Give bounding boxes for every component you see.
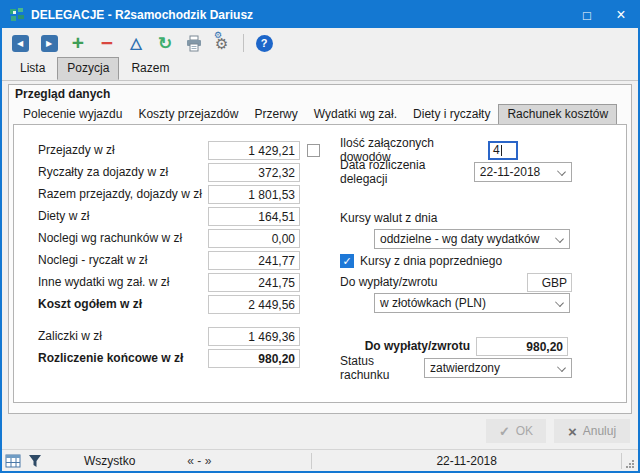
cost-row-noclegi-rachunki: Noclegi wg rachunków w zł 0,00 bbox=[38, 227, 320, 249]
arrow-right-icon: ▶ bbox=[41, 35, 58, 52]
cancel-button[interactable]: × Anuluj bbox=[554, 419, 630, 443]
field-label: Diety w zł bbox=[38, 209, 208, 223]
next-record-button[interactable]: ▶ bbox=[39, 33, 59, 53]
rates-label-row: Kursy walut z dnia bbox=[340, 207, 572, 229]
razem-przejazdy-field[interactable]: 1 801,53 bbox=[208, 185, 300, 204]
attachments-input[interactable]: 4 bbox=[488, 141, 518, 160]
details-column: Ilość załączonych dowodów 4 Data rozlicz… bbox=[340, 139, 572, 379]
refresh-button[interactable]: ↻ bbox=[155, 33, 175, 53]
inne-wydatki-field[interactable]: 241,75 bbox=[208, 273, 300, 292]
record-range-text: « - » bbox=[187, 454, 211, 468]
status-row: Status rachunku zatwierdzony bbox=[340, 357, 572, 379]
field-label: Inne wydatki wg zał. w zł bbox=[38, 275, 208, 289]
close-button[interactable]: × bbox=[604, 2, 638, 28]
chevron-down-icon bbox=[555, 234, 564, 243]
field-label: Noclegi wg rachunków w zł bbox=[38, 231, 208, 245]
przejazdy-checkbox[interactable] bbox=[307, 144, 320, 157]
main-tab-strip: Lista Pozycja Razem bbox=[2, 58, 638, 80]
grid-view-button[interactable] bbox=[2, 450, 24, 472]
spacer bbox=[38, 315, 320, 325]
payout-currency-row: Do wypłaty/zwrotu GBP bbox=[340, 271, 572, 293]
noclegi-ryczalt-field[interactable]: 241,77 bbox=[208, 251, 300, 270]
tab-przerwy[interactable]: Przerwy bbox=[246, 105, 305, 124]
cost-row-zaliczki: Zaliczki w zł 1 469,36 bbox=[38, 325, 320, 347]
help-icon: ? bbox=[256, 35, 273, 52]
noclegi-rachunki-field[interactable]: 0,00 bbox=[208, 229, 300, 248]
rachunek-kosztow-page: Przejazdy w zł 1 429,21 Ryczałty za doja… bbox=[13, 124, 627, 403]
check-icon: ✓ bbox=[499, 424, 510, 439]
ryczalty-field[interactable]: 372,32 bbox=[208, 163, 300, 182]
diety-field[interactable]: 164,51 bbox=[208, 207, 300, 226]
settle-date-dropdown[interactable]: 22-11-2018 bbox=[474, 162, 572, 182]
tab-wydatki-wg-zal[interactable]: Wydatki wg zał. bbox=[306, 105, 405, 124]
plus-icon: + bbox=[72, 34, 84, 52]
chevron-down-icon bbox=[557, 167, 566, 176]
costs-column: Przejazdy w zł 1 429,21 Ryczałty za doja… bbox=[38, 139, 320, 369]
dialog-buttons: ✓ OK × Anuluj bbox=[486, 419, 630, 443]
przejazdy-field[interactable]: 1 429,21 bbox=[208, 141, 300, 160]
printer-icon bbox=[185, 35, 203, 52]
arrow-left-icon: ◀ bbox=[12, 35, 29, 52]
payout-currency-field[interactable]: GBP bbox=[527, 273, 572, 292]
cost-row-diety: Diety w zł 164,51 bbox=[38, 205, 320, 227]
spacer bbox=[340, 183, 572, 207]
checkbox-label: Kursy z dnia poprzedniego bbox=[360, 254, 502, 268]
prev-record-button[interactable]: ◀ bbox=[10, 33, 30, 53]
table-icon bbox=[5, 454, 21, 468]
resize-grip[interactable] bbox=[622, 450, 638, 472]
print-button[interactable] bbox=[184, 33, 204, 53]
text-caret bbox=[501, 145, 502, 156]
inner-tab-strip: Polecenie wyjazdu Koszty przejazdów Prze… bbox=[13, 104, 627, 124]
settle-date-row: Data rozliczenia delegacji 22-11-2018 bbox=[340, 161, 572, 183]
field-label: Data rozliczenia delegacji bbox=[340, 158, 474, 186]
funnel-icon bbox=[28, 454, 42, 468]
koszt-ogolem-field[interactable]: 2 449,56 bbox=[208, 295, 300, 314]
maximize-button[interactable]: □ bbox=[570, 2, 604, 28]
filter-button[interactable] bbox=[24, 450, 46, 472]
settings-button[interactable]: ⚙⚙ bbox=[213, 33, 233, 53]
payout-mode-dropdown[interactable]: w złotówkach (PLN) bbox=[374, 293, 570, 313]
toolbar-separator bbox=[243, 34, 244, 52]
field-label: Noclegi - ryczałt w zł bbox=[38, 253, 208, 267]
status-bar: Wszystko « - » 22-11-2018 bbox=[2, 449, 638, 471]
statusbar-date: 22-11-2018 bbox=[312, 454, 621, 468]
tab-polecenie-wyjazdu[interactable]: Polecenie wyjazdu bbox=[15, 105, 130, 124]
cost-row-noclegi-ryczalt: Noclegi - ryczałt w zł 241,77 bbox=[38, 249, 320, 271]
help-button[interactable]: ? bbox=[254, 33, 274, 53]
tab-diety-i-ryczalty[interactable]: Diety i ryczałty bbox=[405, 105, 498, 124]
field-label: Do wypłaty/zwrotu bbox=[340, 339, 476, 353]
group-title: Przegląd danych bbox=[15, 87, 110, 101]
rates-dropdown[interactable]: oddzielne - wg daty wydatków bbox=[374, 229, 570, 249]
status-dropdown[interactable]: zatwierdzony bbox=[424, 358, 572, 378]
tab-lista[interactable]: Lista bbox=[10, 57, 55, 80]
cost-row-przejazdy: Przejazdy w zł 1 429,21 bbox=[38, 139, 320, 161]
cost-row-ryczalty: Ryczałty za dojazdy w zł 372,32 bbox=[38, 161, 320, 183]
window-title: DELEGACJE - R2samochodzik Dariusz bbox=[31, 8, 570, 22]
field-label: Koszt ogółem w zł bbox=[38, 297, 208, 311]
data-overview-group: Przegląd danych Polecenie wyjazdu Koszty… bbox=[8, 84, 632, 414]
tab-razem[interactable]: Razem bbox=[121, 57, 179, 80]
prev-day-rates-checkbox[interactable]: ✓ bbox=[340, 254, 354, 268]
cost-row-razem-przejazdy: Razem przejazdy, dojazdy w zł 1 801,53 bbox=[38, 183, 320, 205]
cost-row-koszt-ogolem: Koszt ogółem w zł 2 449,56 bbox=[38, 293, 320, 315]
filter-status-text: Wszystko bbox=[84, 454, 135, 468]
tab-koszty-przejazdow[interactable]: Koszty przejazdów bbox=[130, 105, 246, 124]
payout-total-field[interactable]: 980,20 bbox=[476, 337, 568, 356]
edit-button[interactable]: △ bbox=[126, 33, 146, 53]
field-label: Kursy walut z dnia bbox=[340, 211, 437, 225]
field-label: Zaliczki w zł bbox=[38, 329, 208, 343]
triangle-icon: △ bbox=[130, 34, 142, 52]
field-label: Rozliczenie końcowe w zł bbox=[38, 351, 208, 365]
field-label: Ryczałty za dojazdy w zł bbox=[38, 165, 208, 179]
cost-row-rozliczenie-koncowe: Rozliczenie końcowe w zł 980,20 bbox=[38, 347, 320, 369]
tab-rachunek-kosztow[interactable]: Rachunek kosztów bbox=[498, 104, 617, 124]
tab-pozycja[interactable]: Pozycja bbox=[57, 57, 119, 80]
zaliczki-field[interactable]: 1 469,36 bbox=[208, 327, 300, 346]
app-window: DELEGACJE - R2samochodzik Dariusz □ × ◀ … bbox=[0, 0, 640, 473]
rozliczenie-koncowe-field[interactable]: 980,20 bbox=[208, 349, 300, 368]
field-label: Status rachunku bbox=[340, 354, 424, 382]
delete-button[interactable]: − bbox=[97, 33, 117, 53]
toolbar: ◀ ▶ + − △ ↻ ⚙⚙ bbox=[2, 28, 638, 58]
ok-button[interactable]: ✓ OK bbox=[486, 419, 546, 443]
add-button[interactable]: + bbox=[68, 33, 88, 53]
